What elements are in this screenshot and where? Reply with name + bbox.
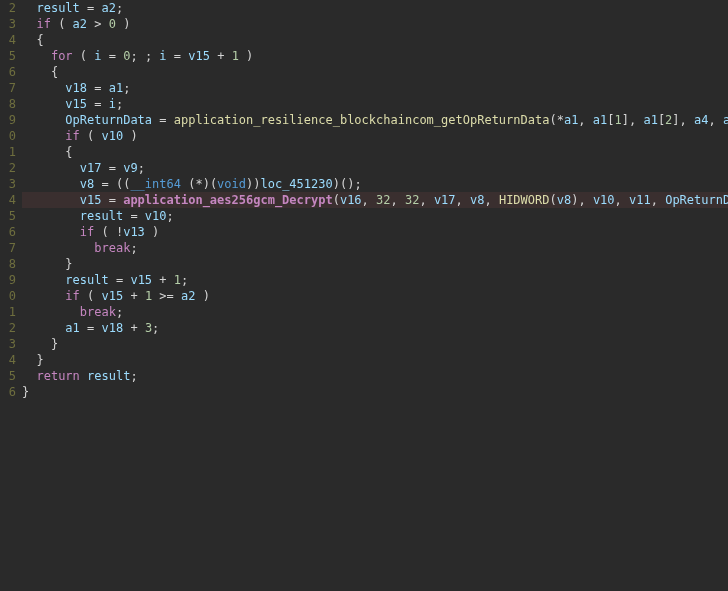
code-line: a1 = v18 + 3; — [22, 320, 728, 336]
code-line: } — [22, 256, 728, 272]
code-line: if ( a2 > 0 ) — [22, 16, 728, 32]
line-number: 3 — [0, 336, 16, 352]
line-number: 4 — [0, 32, 16, 48]
line-number: 5 — [0, 208, 16, 224]
code-line: v17 = v9; — [22, 160, 728, 176]
code-line: result = a2; — [22, 0, 728, 16]
line-number: 6 — [0, 64, 16, 80]
line-number: 6 — [0, 384, 16, 400]
line-number: 7 — [0, 80, 16, 96]
code-line: return result; — [22, 368, 728, 384]
code-line: } — [22, 336, 728, 352]
code-line: result = v10; — [22, 208, 728, 224]
line-number: 1 — [0, 144, 16, 160]
code-line: v15 = application_aes256gcm_Decrypt(v16,… — [22, 192, 728, 208]
line-number: 5 — [0, 48, 16, 64]
code-line: result = v15 + 1; — [22, 272, 728, 288]
line-number: 8 — [0, 96, 16, 112]
line-number: 1 — [0, 304, 16, 320]
code-line: } — [22, 352, 728, 368]
code-line: break; — [22, 304, 728, 320]
line-number: 6 — [0, 224, 16, 240]
line-number: 3 — [0, 16, 16, 32]
code-line: break; — [22, 240, 728, 256]
line-number: 9 — [0, 112, 16, 128]
line-number: 9 — [0, 272, 16, 288]
line-number: 4 — [0, 352, 16, 368]
code-line: v15 = i; — [22, 96, 728, 112]
code-line: v18 = a1; — [22, 80, 728, 96]
line-number: 8 — [0, 256, 16, 272]
line-number: 4 — [0, 192, 16, 208]
code-line: if ( !v13 ) — [22, 224, 728, 240]
line-number: 2 — [0, 0, 16, 16]
code-line: for ( i = 0; ; i = v15 + 1 ) — [22, 48, 728, 64]
code-line: { — [22, 32, 728, 48]
line-number: 2 — [0, 160, 16, 176]
code-line: { — [22, 144, 728, 160]
code-line: v8 = ((__int64 (*)(void))loc_451230)(); — [22, 176, 728, 192]
line-number: 3 — [0, 176, 16, 192]
line-number: 5 — [0, 368, 16, 384]
code-editor-block-1: 2345678901234567890123456 result = a2; i… — [0, 0, 728, 591]
gutter-1: 2345678901234567890123456 — [0, 0, 22, 591]
code-line: if ( v10 ) — [22, 128, 728, 144]
line-number: 2 — [0, 320, 16, 336]
code-area-1[interactable]: result = a2; if ( a2 > 0 ) { for ( i = 0… — [22, 0, 728, 591]
line-number: 0 — [0, 128, 16, 144]
line-number: 7 — [0, 240, 16, 256]
line-number: 0 — [0, 288, 16, 304]
code-line: } — [22, 384, 728, 400]
code-line: OpReturnData = application_resilience_bl… — [22, 112, 728, 128]
code-line: { — [22, 64, 728, 80]
code-line: if ( v15 + 1 >= a2 ) — [22, 288, 728, 304]
